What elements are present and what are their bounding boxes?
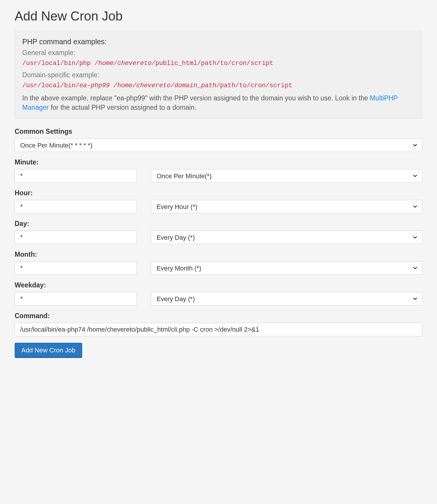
examples-heading: PHP command examples:: [22, 37, 415, 46]
weekday-preset-select[interactable]: Every Day (*): [151, 292, 422, 306]
month-preset-select[interactable]: Every Month (*): [151, 261, 422, 275]
example-note: In the above example, replace "ea-php99"…: [22, 93, 415, 112]
hour-preset-select[interactable]: Every Hour (*): [151, 200, 422, 213]
page-title: Add New Cron Job: [15, 9, 422, 23]
hour-input[interactable]: [15, 200, 137, 213]
day-preset-select[interactable]: Every Day (*): [151, 231, 422, 244]
add-cron-job-button[interactable]: Add New Cron Job: [15, 343, 82, 358]
day-label: Day:: [15, 220, 137, 228]
general-example-label: General example:: [22, 49, 415, 57]
month-label: Month:: [15, 251, 137, 258]
minute-label: Minute:: [15, 158, 137, 166]
domain-example-label: Domain-specific example:: [22, 71, 415, 79]
day-input[interactable]: [15, 231, 137, 244]
month-input[interactable]: [15, 261, 137, 275]
common-settings-select[interactable]: Once Per Minute(* * * * *): [15, 138, 422, 152]
minute-input[interactable]: [15, 169, 137, 183]
general-example-code: /usr/local/bin/php /home/chevereto/publi…: [22, 60, 415, 67]
common-settings-label: Common Settings: [15, 128, 422, 136]
command-input[interactable]: [15, 323, 422, 336]
hour-label: Hour:: [15, 189, 137, 197]
weekday-input[interactable]: [15, 292, 137, 306]
php-examples-panel: PHP command examples: General example: /…: [15, 31, 422, 119]
weekday-label: Weekday:: [15, 281, 137, 289]
command-label: Command:: [15, 312, 422, 320]
domain-example-code: /usr/local/bin/ea-php99 /home/chevereto/…: [22, 82, 415, 89]
minute-preset-select[interactable]: Once Per Minute(*): [151, 169, 422, 183]
